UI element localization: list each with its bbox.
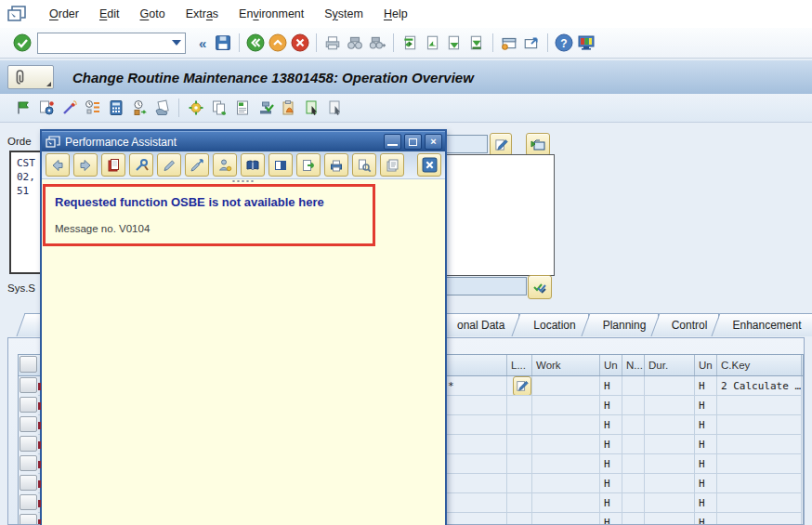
last-page-icon[interactable]	[465, 32, 488, 54]
cell-work[interactable]	[532, 415, 600, 435]
command-input[interactable]	[41, 34, 165, 52]
find-next-icon[interactable]	[366, 32, 388, 54]
tab-location[interactable]: Location	[521, 313, 589, 336]
menu-goto[interactable]: Goto	[130, 0, 176, 28]
header-longtext[interactable]: L...	[507, 355, 532, 375]
edit-description-button[interactable]	[490, 133, 512, 156]
cell-work[interactable]	[532, 474, 600, 493]
splitter-handle[interactable]	[231, 179, 255, 183]
time-events-icon[interactable]	[127, 97, 151, 119]
cell-ckey[interactable]	[717, 435, 802, 454]
long-text-icon[interactable]	[230, 97, 254, 119]
system-menu-icon[interactable]	[7, 6, 26, 22]
dialog-title-bar[interactable]: Performance Assistant ×	[42, 131, 445, 151]
cell-unit2[interactable]: H	[695, 415, 717, 435]
cell-number[interactable]	[622, 415, 645, 435]
enter-icon[interactable]	[11, 32, 33, 54]
cell-unit2[interactable]: H	[695, 376, 717, 396]
cell-work[interactable]	[532, 376, 600, 396]
cell-unit1[interactable]: H	[600, 435, 622, 454]
page-up-icon[interactable]	[421, 32, 443, 54]
copy-list-button[interactable]	[380, 153, 404, 177]
header-work[interactable]: Work	[532, 355, 600, 375]
document-filter-icon[interactable]	[151, 97, 174, 119]
cell-number[interactable]	[622, 474, 645, 493]
menu-order[interactable]: Order	[39, 0, 89, 28]
cell-longtext[interactable]	[507, 376, 532, 396]
change-button[interactable]	[157, 153, 181, 177]
extended-help-button[interactable]	[185, 153, 209, 177]
operation-list-icon[interactable]	[81, 97, 104, 119]
cell-number[interactable]	[622, 493, 645, 513]
header-number[interactable]: N...	[622, 355, 645, 375]
back-icon[interactable]	[244, 32, 267, 54]
create-shortcut-icon[interactable]	[520, 32, 543, 54]
tab-control[interactable]: Control	[661, 313, 719, 336]
sapterm-button[interactable]	[268, 153, 293, 177]
cell-longtext[interactable]	[507, 474, 532, 493]
close-help-button[interactable]	[417, 153, 441, 177]
tab-enhancement[interactable]: Enhancement	[721, 313, 812, 336]
header-ckey[interactable]: C.Key	[717, 355, 802, 375]
row-selector[interactable]	[20, 377, 37, 393]
export-button[interactable]	[296, 153, 321, 177]
order-log-icon[interactable]	[277, 97, 300, 119]
cell-duration[interactable]	[645, 415, 695, 435]
row-selector[interactable]	[20, 436, 37, 452]
find-in-help-button[interactable]	[352, 153, 376, 177]
cell-duration[interactable]	[645, 513, 695, 525]
cell-longtext[interactable]	[507, 454, 532, 474]
cell-number[interactable]	[622, 396, 645, 415]
cell-duration[interactable]	[645, 493, 695, 513]
cell-unit1[interactable]: H	[600, 474, 622, 493]
cell-ckey[interactable]	[717, 474, 802, 493]
find-icon[interactable]	[344, 32, 366, 54]
documentation-button[interactable]	[101, 153, 125, 177]
close-button[interactable]: ×	[425, 134, 442, 150]
cell-unit1[interactable]: H	[600, 376, 622, 396]
release-icon[interactable]	[11, 97, 34, 119]
cell-unit1[interactable]: H	[600, 415, 622, 435]
cell-ckey[interactable]	[717, 513, 802, 525]
header-unit2[interactable]: Un	[695, 355, 717, 375]
save-icon[interactable]	[212, 32, 234, 54]
cell-ckey[interactable]	[717, 454, 802, 474]
schedule-icon[interactable]	[34, 97, 58, 119]
command-dropdown-icon[interactable]	[172, 40, 181, 46]
cell-longtext[interactable]	[507, 493, 532, 513]
calculator-icon[interactable]	[104, 97, 127, 119]
open-folder-button[interactable]	[526, 133, 550, 156]
components-icon[interactable]	[300, 97, 323, 119]
approve-icon[interactable]	[254, 97, 277, 119]
row-selector[interactable]	[20, 494, 37, 510]
cell-work[interactable]	[532, 454, 600, 474]
cell-duration[interactable]	[645, 396, 695, 415]
cell-work[interactable]	[532, 396, 600, 415]
settlement-icon[interactable]	[184, 97, 207, 119]
print-help-button[interactable]	[324, 153, 348, 177]
edit-longtext-button[interactable]	[513, 376, 531, 396]
command-field[interactable]	[37, 33, 186, 54]
select-all-button[interactable]	[20, 356, 37, 373]
cell-unit1[interactable]: H	[600, 513, 622, 525]
minimize-button[interactable]	[384, 134, 401, 150]
cancel-icon[interactable]	[289, 32, 311, 54]
cell-duration[interactable]	[645, 376, 695, 396]
menu-environment[interactable]: Environment	[229, 0, 314, 28]
header-duration[interactable]: Dur.	[645, 355, 695, 375]
customize-layout-icon[interactable]	[575, 32, 597, 54]
row-selector[interactable]	[20, 514, 37, 525]
cell-ckey[interactable]	[717, 493, 802, 513]
cell-unit2[interactable]: H	[695, 474, 717, 493]
menu-edit[interactable]: Edit	[89, 0, 130, 28]
copy-operations-icon[interactable]	[207, 97, 230, 119]
cell-work[interactable]	[532, 493, 600, 513]
previous-button[interactable]	[46, 153, 70, 177]
wand-icon[interactable]	[58, 97, 81, 119]
print-icon[interactable]	[321, 32, 344, 54]
cell-longtext[interactable]	[507, 435, 532, 454]
menu-system[interactable]: System	[314, 0, 373, 28]
collapse-command-field-icon[interactable]: «	[199, 35, 206, 51]
cell-longtext[interactable]	[507, 396, 532, 415]
cell-unit1[interactable]: H	[600, 454, 622, 474]
